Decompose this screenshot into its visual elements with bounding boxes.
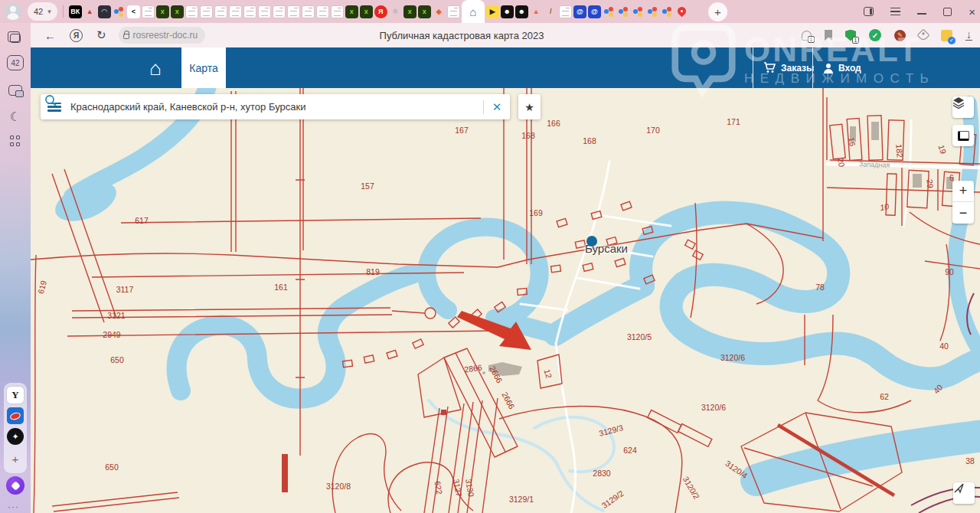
url-box[interactable]: rosreestr-doc.ru	[119, 27, 206, 44]
parcel-label: 3120/8	[326, 482, 351, 491]
profile-avatar[interactable]	[5, 3, 21, 20]
tab-doc[interactable]	[273, 5, 286, 18]
side-panel-icon[interactable]	[864, 7, 874, 16]
search-icon[interactable]	[41, 94, 60, 106]
tab-torgi[interactable]: x	[403, 5, 416, 18]
measure-button[interactable]	[952, 125, 974, 146]
new-tab-button[interactable]: +	[708, 2, 727, 21]
tab-color-dots[interactable]	[632, 5, 645, 18]
rewards-icon[interactable]: ✎	[894, 30, 906, 41]
tab-doc[interactable]	[185, 5, 198, 18]
tab-face[interactable]: ☻	[515, 5, 528, 18]
clear-search-icon[interactable]: ✕	[484, 100, 510, 114]
tab-dark-app[interactable]: ◠	[98, 5, 111, 18]
layers-icon	[952, 96, 965, 109]
parcel-label: 16	[847, 136, 858, 147]
pepsi-app-icon[interactable]	[7, 407, 24, 424]
yandex-app-icon[interactable]: Y	[7, 387, 24, 404]
tab-torgi[interactable]: x	[156, 5, 169, 18]
parcel-label: 170	[646, 126, 660, 135]
browser-menu-icon[interactable]	[890, 8, 900, 15]
tab-doc[interactable]	[331, 5, 344, 18]
tab-doc[interactable]	[302, 5, 315, 18]
tab-torgi[interactable]: x	[345, 5, 358, 18]
parcel-label: 166	[547, 119, 560, 128]
tab-snowflake[interactable]: ❄	[389, 5, 402, 18]
tags-icon[interactable]	[919, 31, 928, 40]
tab-doc[interactable]	[559, 5, 572, 18]
cadastral-map-canvas[interactable]: 1671681681701711661571696176191618193117…	[31, 88, 980, 513]
tab-doc[interactable]	[243, 5, 256, 18]
tab-face[interactable]: ☻	[501, 5, 514, 18]
zoom-out-button[interactable]: −	[952, 202, 974, 224]
tab-doc[interactable]	[229, 5, 242, 18]
tab-vk[interactable]: ВК	[69, 5, 82, 18]
parcel-label: 617	[135, 216, 149, 225]
parcel-label: 3120/5	[627, 332, 652, 341]
sidebar-more-icon[interactable]: ···	[8, 502, 19, 512]
tab-torgi[interactable]: x	[171, 5, 184, 18]
page-title: Публичная кадастровая карта 2023	[309, 30, 615, 41]
address-bar-icons: 1 1 ✓ ✎ ↓	[802, 23, 972, 47]
tab-mail[interactable]: @	[573, 5, 586, 18]
tab-back-service[interactable]: <	[127, 5, 140, 18]
favorites-button[interactable]: ★	[518, 94, 541, 119]
tab-color-dots[interactable]	[617, 5, 630, 18]
tab-torgi[interactable]: x	[418, 5, 431, 18]
tab-telegram[interactable]: ▶	[486, 5, 499, 18]
layers-button[interactable]	[952, 96, 974, 118]
tab-mail[interactable]: @	[588, 5, 601, 18]
tabs-panel-icon[interactable]	[6, 29, 24, 47]
tab-color-dots[interactable]	[646, 5, 659, 18]
back-icon[interactable]: ←	[44, 29, 56, 42]
parcel-label: 3120/6	[701, 403, 726, 412]
tab-color-dots[interactable]	[603, 5, 616, 18]
compass-app-icon[interactable]: ✦	[7, 428, 24, 445]
tab-diamond[interactable]: ◆	[433, 5, 446, 18]
alice-assistant-icon[interactable]	[6, 476, 24, 495]
tab-hammer[interactable]: /	[544, 5, 557, 18]
safe-check-icon[interactable]: ✓	[869, 29, 881, 41]
tab-maps-pin[interactable]	[675, 5, 688, 18]
tab-torgi[interactable]: x	[360, 5, 373, 18]
orders-link[interactable]: Заказы	[763, 47, 814, 88]
tab-flame[interactable]: ▲	[530, 5, 543, 18]
tab-color-dots[interactable]	[661, 5, 674, 18]
tab-doc[interactable]	[447, 5, 460, 18]
login-link[interactable]: Вход	[823, 47, 861, 88]
screenshot-icon[interactable]	[6, 81, 24, 100]
profile-tab-counter[interactable]: 42 ▾	[28, 2, 57, 21]
minimize-button[interactable]	[917, 8, 926, 15]
tab-doc[interactable]	[214, 5, 227, 18]
bookmark-icon[interactable]	[825, 30, 832, 41]
tab-counter-icon[interactable]: 42	[6, 54, 24, 72]
close-button[interactable]: ×	[969, 6, 975, 18]
tab-map[interactable]: Карта	[181, 47, 226, 88]
reload-icon[interactable]: ↻	[96, 28, 106, 42]
apps-grid-icon[interactable]	[6, 132, 24, 150]
tab-yandex[interactable]: Я	[374, 5, 387, 18]
zoom-in-button[interactable]: +	[952, 181, 974, 202]
tab-doc[interactable]	[200, 5, 213, 18]
protect-shield-icon[interactable]: 1	[845, 30, 856, 41]
browser-tab-bar: 42 ▾ ВК▲◠<xxxxЯ❄xx◆⌂▶☻☻▲/@@ + ×	[0, 0, 980, 23]
dark-mode-icon[interactable]: ☾	[6, 107, 24, 126]
tab-tower[interactable]: ▲	[83, 5, 96, 18]
tab-doc[interactable]	[258, 5, 271, 18]
search-input[interactable]	[70, 101, 483, 113]
location-marker-dot[interactable]	[586, 236, 597, 247]
locate-button[interactable]	[953, 482, 975, 504]
translate-icon[interactable]	[941, 30, 952, 41]
add-app-icon[interactable]: +	[7, 450, 24, 467]
yandex-icon[interactable]: Я	[70, 29, 83, 42]
tab-doc[interactable]	[142, 5, 155, 18]
password-manager-icon[interactable]: 1	[802, 31, 812, 41]
tab-active-kadastr[interactable]: ⌂	[462, 0, 485, 23]
home-icon[interactable]: ⌂	[149, 58, 162, 78]
tab-color-dots[interactable]	[113, 5, 126, 18]
restore-button[interactable]	[943, 8, 952, 16]
parcel-label: 20	[836, 157, 847, 168]
tab-doc[interactable]	[316, 5, 329, 18]
download-icon[interactable]: ↓	[965, 30, 972, 41]
tab-doc[interactable]	[287, 5, 300, 18]
